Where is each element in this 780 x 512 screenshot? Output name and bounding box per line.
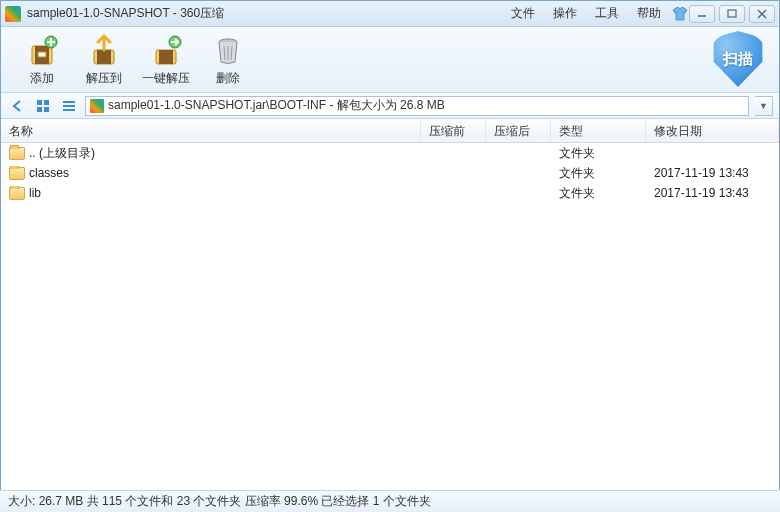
col-after[interactable]: 压缩后 bbox=[486, 119, 551, 142]
list-item[interactable]: lib 文件夹 2017-11-19 13:43 bbox=[1, 183, 779, 203]
add-button[interactable]: 添加 bbox=[11, 32, 73, 87]
close-button[interactable] bbox=[749, 5, 775, 23]
app-icon bbox=[5, 6, 21, 22]
svg-rect-22 bbox=[44, 107, 49, 112]
scan-button[interactable]: 扫描 bbox=[709, 31, 767, 87]
view-list-button[interactable] bbox=[59, 97, 79, 115]
col-before[interactable]: 压缩前 bbox=[421, 119, 486, 142]
navbar: sample01-1.0-SNAPSHOT.jar\BOOT-INF - 解包大… bbox=[1, 93, 779, 119]
svg-rect-1 bbox=[728, 10, 736, 17]
archive-icon bbox=[90, 99, 104, 113]
svg-rect-20 bbox=[44, 100, 49, 105]
file-list[interactable]: .. (上级目录) 文件夹 classes 文件夹 2017-11-19 13:… bbox=[1, 143, 779, 467]
delete-button[interactable]: 删除 bbox=[197, 32, 259, 87]
list-item[interactable]: .. (上级目录) 文件夹 bbox=[1, 143, 779, 163]
svg-rect-19 bbox=[37, 100, 42, 105]
delete-label: 删除 bbox=[216, 70, 240, 87]
status-text: 大小: 26.7 MB 共 115 个文件和 23 个文件夹 压缩率 99.6%… bbox=[8, 493, 431, 510]
col-date[interactable]: 修改日期 bbox=[646, 119, 779, 142]
svg-rect-13 bbox=[159, 50, 173, 64]
delete-icon bbox=[210, 32, 246, 68]
extract-to-button[interactable]: 解压到 bbox=[73, 32, 135, 87]
back-button[interactable] bbox=[7, 97, 27, 115]
add-icon bbox=[24, 32, 60, 68]
menu-file[interactable]: 文件 bbox=[511, 5, 535, 22]
svg-rect-21 bbox=[37, 107, 42, 112]
extract-to-icon bbox=[86, 32, 122, 68]
shield-icon: 扫描 bbox=[709, 31, 767, 87]
menu-help[interactable]: 帮助 bbox=[637, 5, 661, 22]
column-headers: 名称 压缩前 压缩后 类型 修改日期 bbox=[1, 119, 779, 143]
maximize-button[interactable] bbox=[719, 5, 745, 23]
folder-icon bbox=[9, 147, 25, 160]
col-type[interactable]: 类型 bbox=[551, 119, 646, 142]
col-name[interactable]: 名称 bbox=[1, 119, 421, 142]
path-dropdown[interactable]: ▼ bbox=[755, 96, 773, 116]
toolbar: 添加 解压到 一键解压 bbox=[1, 27, 779, 93]
path-input[interactable]: sample01-1.0-SNAPSHOT.jar\BOOT-INF - 解包大… bbox=[85, 96, 749, 116]
statusbar: 大小: 26.7 MB 共 115 个文件和 23 个文件夹 压缩率 99.6%… bbox=[0, 490, 780, 512]
folder-icon bbox=[9, 167, 25, 180]
titlebar: sample01-1.0-SNAPSHOT - 360压缩 文件 操作 工具 帮… bbox=[1, 1, 779, 27]
skin-icon[interactable] bbox=[671, 5, 689, 23]
one-click-icon bbox=[148, 32, 184, 68]
window-title: sample01-1.0-SNAPSHOT - 360压缩 bbox=[27, 5, 224, 22]
list-item[interactable]: classes 文件夹 2017-11-19 13:43 bbox=[1, 163, 779, 183]
svg-rect-11 bbox=[97, 50, 111, 64]
menu-operate[interactable]: 操作 bbox=[553, 5, 577, 22]
menubar: 文件 操作 工具 帮助 bbox=[511, 5, 661, 22]
window-controls bbox=[689, 5, 775, 23]
minimize-button[interactable] bbox=[689, 5, 715, 23]
one-click-label: 一键解压 bbox=[142, 70, 190, 87]
path-text: sample01-1.0-SNAPSHOT.jar\BOOT-INF - 解包大… bbox=[108, 97, 445, 114]
extract-to-label: 解压到 bbox=[86, 70, 122, 87]
add-label: 添加 bbox=[30, 70, 54, 87]
view-icons-button[interactable] bbox=[33, 97, 53, 115]
folder-icon bbox=[9, 187, 25, 200]
one-click-extract-button[interactable]: 一键解压 bbox=[135, 32, 197, 87]
menu-tools[interactable]: 工具 bbox=[595, 5, 619, 22]
svg-rect-6 bbox=[38, 52, 46, 57]
